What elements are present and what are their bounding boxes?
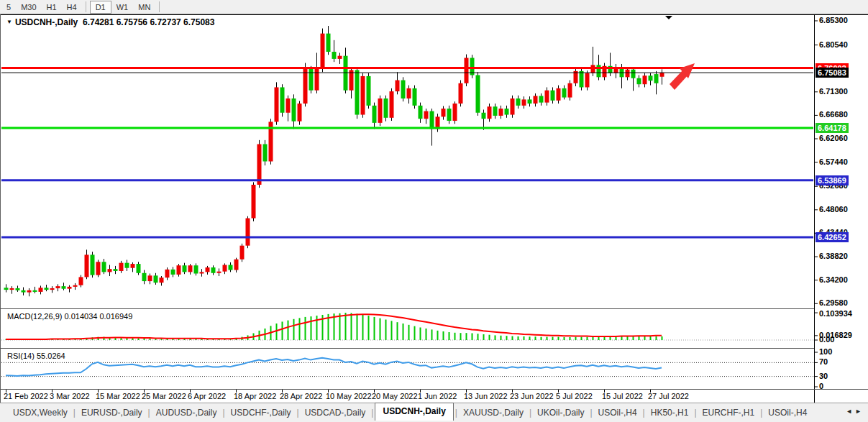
macd-indicator-label: MACD(12,26,9) 0.014034 0.016949 [7, 312, 132, 321]
symbol-tab-xauusd-daily[interactable]: XAUUSD-,Daily [459, 405, 528, 420]
tab-separator: | [147, 408, 152, 418]
mt4-window: 5M30H1H4D1W1MN ▼USDCNH-,Daily 6.74281 6.… [0, 0, 868, 422]
symbol-tab-usoil-h4[interactable]: USOil-,H4 [594, 405, 641, 420]
chart-canvas[interactable] [0, 0, 868, 422]
macd-axis-label: 0.103934 [819, 309, 852, 318]
symbol-tab-usdcnh-daily[interactable]: USDCNH-,Daily [375, 403, 453, 421]
tab-separator: | [641, 408, 647, 418]
tab-separator: | [454, 408, 459, 418]
date-axis-label: 15 Jul 2022 [602, 392, 643, 400]
price-level-badge: 6.42652 [816, 232, 849, 242]
date-axis-label: 5 Jul 2022 [556, 392, 593, 400]
price-axis-label: 6.80540 [819, 40, 848, 49]
tab-separator: | [296, 408, 301, 418]
chart-dropdown-icon[interactable]: ▼ [6, 19, 12, 25]
date-axis-label: 20 May 2022 [372, 392, 418, 400]
price-axis-label: 6.85300 [819, 16, 848, 24]
date-axis-label: 23 Jun 2022 [510, 392, 554, 400]
symbol-tab-usdchf-daily[interactable]: USDCHF-,Daily [227, 405, 296, 420]
price-level-badge: 6.64178 [816, 123, 849, 133]
tab-scroll-left-icon[interactable]: ◄ [846, 408, 855, 415]
symbol-tab-hk50-h1[interactable]: HK50-,H1 [647, 405, 693, 420]
tab-separator: | [221, 408, 226, 418]
rsi-name: RSI(14) [7, 352, 35, 360]
price-axis-label: 6.48060 [819, 205, 848, 214]
date-axis-label: 21 Feb 2022 [4, 392, 48, 400]
tab-separator: | [528, 408, 533, 418]
date-axis-label: 18 Apr 2022 [234, 392, 276, 400]
price-axis-label: 6.38820 [819, 252, 848, 260]
rsi-axis-label: 100 [819, 347, 832, 356]
tab-separator: | [693, 408, 698, 418]
macd-values: 0.014034 0.016949 [64, 312, 132, 321]
rsi-indicator-label: RSI(14) 55.0264 [7, 352, 65, 360]
tab-separator: | [370, 408, 375, 418]
macd-axis-label: 0.016829 [819, 331, 852, 339]
price-level-badge: 6.53869 [816, 175, 849, 185]
symbol-tab-eurchf-h1[interactable]: EURCHF-,H1 [698, 405, 759, 420]
chart-title: ▼USDCNH-,Daily 6.74281 6.75756 6.72737 6… [6, 17, 214, 27]
price-axis-label: 6.34200 [819, 275, 848, 284]
date-axis-label: 27 Jul 2022 [648, 392, 689, 400]
tab-separator: | [72, 408, 77, 418]
date-axis-label: 28 Apr 2022 [280, 392, 322, 400]
price-axis-label: 6.29580 [819, 298, 848, 307]
tab-separator: | [759, 408, 764, 418]
price-axis-label: 6.62060 [819, 134, 848, 142]
rsi-axis-label: 0 [819, 382, 823, 390]
rsi-axis-label: 70 [819, 357, 828, 366]
tab-separator: | [588, 408, 593, 418]
symbol-tab-ukoil-daily[interactable]: UKOil-,Daily [533, 405, 588, 420]
symbol-tab-audusd-daily[interactable]: AUDUSD-,Daily [152, 405, 221, 420]
date-axis-label: 13 Jun 2022 [464, 392, 508, 400]
rsi-axis-label: 30 [819, 372, 828, 380]
tab-scroll-arrows: ◄► [846, 408, 864, 415]
symbol-tab-usdx-weekly[interactable]: USDX,Weekly [9, 405, 72, 420]
rsi-value: 55.0264 [37, 352, 65, 360]
price-axis-label: 6.71300 [819, 87, 848, 96]
tab-scroll-right-icon[interactable]: ► [855, 408, 864, 415]
date-axis-label: 15 Mar 2022 [96, 392, 140, 400]
date-axis-label: 10 May 2022 [326, 392, 372, 400]
date-axis-label: 3 Mar 2022 [50, 392, 90, 400]
chart-symbol-period: USDCNH-,Daily [15, 17, 78, 27]
date-axis-label: 25 Mar 2022 [142, 392, 186, 400]
price-axis-label: 6.57440 [819, 157, 848, 166]
symbol-tab-usdcad-daily[interactable]: USDCAD-,Daily [301, 405, 370, 420]
symbol-tab-usoil-h4[interactable]: USOil-,H4 [764, 405, 811, 420]
bar-marker-icon [665, 16, 672, 19]
price-level-badge: 6.75083 [816, 68, 849, 78]
date-axis-label: 1 Jun 2022 [418, 392, 457, 400]
symbol-tab-eurusd-daily[interactable]: EURUSD-,Daily [77, 405, 147, 420]
price-axis-label: 6.66680 [819, 110, 848, 119]
chart-ohlc-values: 6.74281 6.75756 6.72737 6.75083 [83, 17, 215, 27]
symbol-tab-bar: USDX,Weekly|EURUSD-,Daily|AUDUSD-,Daily|… [0, 403, 868, 422]
date-axis-label: 6 Apr 2022 [188, 392, 226, 400]
macd-name: MACD(12,26,9) [7, 312, 62, 321]
